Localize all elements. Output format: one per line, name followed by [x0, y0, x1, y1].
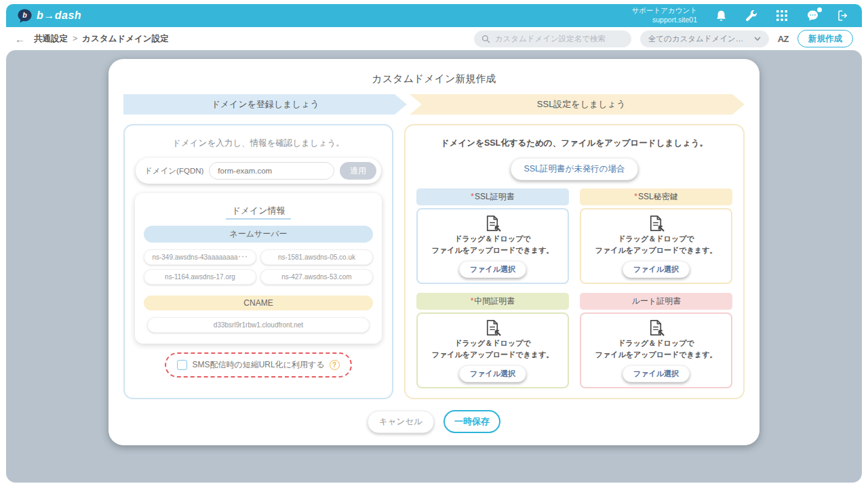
domain-info-title: ドメイン情報: [226, 205, 290, 220]
file-upload-icon: [484, 214, 502, 232]
page: b b→dash サポートアカウント support.site01: [0, 0, 868, 488]
ssl-unissued-button[interactable]: SSL証明書が未発行の場合: [511, 158, 637, 180]
modal-panels: ドメインを入力し、情報を確認しましょう。 ドメイン(FQDN) 適用 ドメイン情…: [123, 124, 745, 399]
unissued-button-wrap: SSL証明書が未発行の場合: [416, 158, 732, 180]
fqdn-input[interactable]: [209, 162, 334, 180]
annotation-highlight: SMS配信時の短縮URL化に利用する ?: [165, 352, 351, 378]
logo-text: b→dash: [37, 9, 81, 22]
svg-text:b: b: [22, 11, 27, 19]
account-info[interactable]: サポートアカウント support.site01: [632, 6, 697, 24]
logo-bubble-icon: b: [17, 8, 33, 24]
upload-header-ssl-cert: *SSL証明書: [416, 188, 569, 205]
chat-icon[interactable]: [804, 7, 821, 24]
required-mark: *: [634, 192, 637, 201]
apply-button[interactable]: 適用: [340, 162, 376, 180]
fqdn-row: ドメイン(FQDN) 適用: [136, 158, 381, 184]
nameserver-value: ns-1164.awsdns-17.org: [144, 269, 256, 285]
domain-info-card: ドメイン情報 ネームサーバー ns-349.awsdns-43aaaaaaaa･…: [135, 193, 382, 344]
modal-footer: キャンセル 一時保存: [123, 410, 745, 433]
custom-domain-create-modal: カスタムドメイン新規作成 ドメインを登録しましょう SSL設定をしましょう ドメ…: [108, 59, 760, 445]
content-area: カスタムドメイン新規作成 ドメインを登録しましょう SSL設定をしましょう ドメ…: [6, 50, 862, 483]
breadcrumb: 共通設定 > カスタムドメイン設定: [34, 33, 169, 45]
temp-save-button[interactable]: 一時保存: [443, 410, 500, 433]
upload-hint-line1: ドラッグ＆ドロップで: [618, 234, 694, 244]
upload-title: ルート証明書: [632, 296, 682, 306]
search-input[interactable]: [495, 35, 624, 43]
upload-hint-line2: ファイルをアップロードできます。: [432, 350, 554, 360]
domain-instruction: ドメインを入力し、情報を確認しましょう。: [134, 138, 382, 149]
nameserver-value: ns-1581.awsdns-05.co.uk: [260, 249, 373, 265]
help-icon[interactable]: ?: [330, 360, 340, 370]
ssl-instruction: ドメインをSSL化するための、ファイルをアップロードしましょう。: [416, 138, 732, 149]
cancel-button[interactable]: キャンセル: [368, 411, 434, 433]
sms-checkbox-label: SMS配信時の短縮URL化に利用する: [192, 359, 324, 371]
wrench-icon[interactable]: [743, 7, 760, 24]
modal-title: カスタムドメイン新規作成: [123, 73, 745, 85]
file-upload-icon: [647, 214, 665, 232]
breadcrumb-separator: >: [73, 34, 77, 43]
nameserver-list: ns-349.awsdns-43aaaaaaaa･･･ ns-1581.awsd…: [144, 249, 373, 285]
file-select-button[interactable]: ファイル選択: [459, 261, 526, 278]
cname-value: d33bsrl9r1rbw1.cloudfront.net: [147, 317, 370, 333]
upload-header-intermediate-cert: *中間証明書: [416, 293, 569, 310]
upload-header-ssl-key: *SSL秘密鍵: [580, 188, 732, 205]
upload-grid: *SSL証明書: [416, 188, 732, 388]
filter-dropdown[interactable]: 全てのカスタムドメイン設定: [640, 30, 769, 47]
step-register-domain[interactable]: ドメインを登録しましょう: [123, 94, 407, 115]
file-upload-icon: [647, 319, 665, 337]
logout-icon[interactable]: [835, 7, 851, 24]
notification-badge: [817, 7, 822, 12]
upload-cell-root-cert: ルート証明書: [580, 293, 732, 388]
domain-info-title-wrap: ドメイン情報: [144, 204, 373, 217]
sms-checkbox[interactable]: [177, 360, 187, 370]
upload-title: 中間証明書: [474, 296, 515, 306]
search-icon: [481, 35, 490, 43]
upload-hint-line1: ドラッグ＆ドロップで: [618, 338, 694, 348]
bell-icon[interactable]: [713, 7, 729, 24]
file-select-button[interactable]: ファイル選択: [623, 261, 690, 278]
fqdn-label: ドメイン(FQDN): [144, 166, 203, 176]
app-header: b b→dash サポートアカウント support.site01: [6, 4, 862, 27]
breadcrumb-current: カスタムドメイン設定: [82, 33, 168, 45]
upload-title: SSL秘密鍵: [638, 192, 678, 201]
upload-hint-line2: ファイルをアップロードできます。: [595, 245, 717, 256]
required-mark: *: [471, 192, 474, 201]
filter-value: 全てのカスタムドメイン設定: [648, 34, 749, 44]
upload-dropzone-root-cert[interactable]: ドラッグ＆ドロップで ファイルをアップロードできます。 ファイル選択: [580, 312, 732, 388]
nameserver-value: ns-427.awsdns-53.com: [260, 269, 373, 285]
upload-hint-line1: ドラッグ＆ドロップで: [454, 234, 530, 244]
upload-hint-line2: ファイルをアップロードできます。: [595, 350, 717, 360]
breadcrumb-parent[interactable]: 共通設定: [34, 33, 68, 45]
step-ssl-setting[interactable]: SSL設定をしましょう: [410, 94, 745, 115]
file-select-button[interactable]: ファイル選択: [459, 365, 526, 382]
chevron-down-icon: [754, 37, 761, 41]
header-actions: サポートアカウント support.site01: [632, 6, 851, 24]
account-id: support.site01: [632, 16, 697, 25]
nameserver-header: ネームサーバー: [144, 226, 373, 243]
search-box: [474, 30, 631, 47]
cname-header: CNAME: [144, 296, 373, 310]
ssl-panel: ドメインをSSL化するための、ファイルをアップロードしましょう。 SSL証明書が…: [404, 124, 745, 399]
required-mark: *: [471, 296, 474, 306]
upload-cell-ssl-key: *SSL秘密鍵: [580, 188, 732, 284]
sort-button[interactable]: AZ: [778, 34, 789, 44]
file-select-button[interactable]: ファイル選択: [623, 365, 690, 382]
account-label: サポートアカウント: [632, 6, 697, 16]
upload-cell-ssl-cert: *SSL証明書: [416, 188, 569, 284]
sms-option-row: SMS配信時の短縮URL化に利用する ?: [134, 352, 382, 378]
upload-hint-line1: ドラッグ＆ドロップで: [454, 338, 530, 348]
logo[interactable]: b b→dash: [17, 8, 81, 24]
page-toolbar: ← 共通設定 > カスタムドメイン設定 全てのカスタムドメイン設定 AZ 新規作…: [0, 27, 868, 50]
apps-grid-icon[interactable]: [774, 7, 790, 24]
wizard-steps: ドメインを登録しましょう SSL設定をしましょう: [123, 94, 745, 115]
create-button[interactable]: 新規作成: [797, 30, 853, 47]
upload-dropzone-ssl-key[interactable]: ドラッグ＆ドロップで ファイルをアップロードできます。 ファイル選択: [580, 208, 732, 284]
upload-cell-intermediate-cert: *中間証明書: [416, 293, 569, 388]
upload-hint-line2: ファイルをアップロードできます。: [432, 245, 554, 256]
nameserver-value: ns-349.awsdns-43aaaaaaaa･･･: [144, 249, 256, 265]
upload-dropzone-ssl-cert[interactable]: ドラッグ＆ドロップで ファイルをアップロードできます。 ファイル選択: [416, 208, 569, 284]
upload-dropzone-intermediate-cert[interactable]: ドラッグ＆ドロップで ファイルをアップロードできます。 ファイル選択: [416, 312, 569, 388]
domain-panel: ドメインを入力し、情報を確認しましょう。 ドメイン(FQDN) 適用 ドメイン情…: [123, 124, 393, 399]
back-button[interactable]: ←: [15, 33, 25, 45]
file-upload-icon: [484, 319, 502, 337]
